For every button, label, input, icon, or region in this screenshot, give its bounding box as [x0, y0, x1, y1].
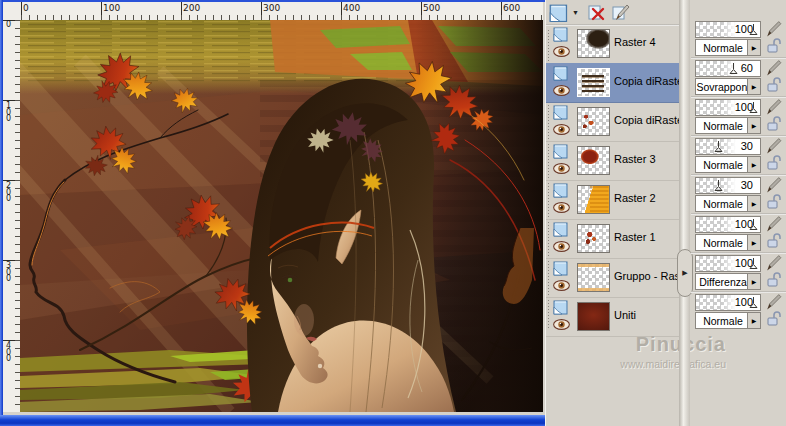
layer-row[interactable]: Uniti	[546, 297, 680, 337]
layer-visibility-eye-icon[interactable]	[553, 85, 570, 96]
lock-icon[interactable]	[765, 76, 781, 93]
opacity-field[interactable]: 100	[695, 294, 761, 311]
layer-visibility-eye-icon[interactable]	[553, 124, 570, 135]
layer-row[interactable]: Raster 2	[546, 180, 680, 220]
dropdown-arrow-icon[interactable]: ▶	[747, 40, 760, 55]
edit-brush-icon	[612, 4, 631, 22]
layer-name[interactable]: Raster 3	[614, 153, 680, 165]
lock-icon[interactable]	[765, 193, 781, 210]
layer-name[interactable]: Uniti	[614, 309, 680, 321]
blend-mode-dropdown[interactable]: Normale ▶	[695, 234, 761, 251]
delete-layer-button[interactable]	[588, 2, 607, 23]
layer-row[interactable]: Copia diRaster	[546, 102, 680, 142]
layer-visibility-eye-icon[interactable]	[553, 163, 570, 174]
layer-row[interactable]: Raster 1	[546, 219, 680, 259]
opacity-slider-handle[interactable]	[749, 219, 758, 231]
layer-properties-row: 100 Differenza ▶	[691, 255, 786, 292]
layer-name[interactable]: Copia diRaster	[614, 114, 680, 126]
layer-thumbnail[interactable]	[577, 107, 610, 136]
opacity-slider-handle[interactable]	[749, 102, 758, 114]
opacity-field[interactable]: 100	[695, 21, 761, 38]
dropdown-arrow-icon[interactable]: ▶	[747, 274, 760, 289]
brush-link-icon[interactable]	[764, 254, 783, 272]
new-layer-dropdown-arrow-icon[interactable]: ▼	[572, 9, 579, 16]
blend-mode-dropdown[interactable]: Differenza ▶	[695, 273, 761, 290]
brush-link-icon[interactable]	[764, 98, 783, 116]
blend-mode-dropdown[interactable]: Normale ▶	[695, 156, 761, 173]
layer-row[interactable]: Raster 3	[546, 141, 680, 181]
dropdown-arrow-icon[interactable]: ▶	[747, 196, 760, 211]
layer-name[interactable]: Gruppo - Raster	[614, 270, 680, 282]
dropdown-arrow-icon[interactable]: ▶	[747, 157, 760, 172]
dropdown-arrow-icon[interactable]: ▶	[747, 313, 760, 328]
blend-mode-value: Differenza	[699, 276, 747, 288]
layer-thumbnail[interactable]	[577, 29, 610, 58]
new-layer-icon	[549, 4, 569, 22]
layer-visibility-eye-icon[interactable]	[553, 280, 570, 291]
layer-row[interactable]: Copia diRaster	[546, 63, 680, 103]
canvas-artwork[interactable]	[20, 20, 543, 412]
brush-link-icon[interactable]	[764, 215, 783, 233]
brush-link-icon[interactable]	[764, 176, 783, 194]
lock-icon[interactable]	[765, 310, 781, 327]
opacity-slider-handle[interactable]	[729, 63, 738, 75]
lock-icon[interactable]	[765, 115, 781, 132]
lock-icon[interactable]	[765, 232, 781, 249]
opacity-field[interactable]: 100	[695, 99, 761, 116]
blend-mode-dropdown[interactable]: Normale ▶	[695, 39, 761, 56]
blend-mode-value: Normale	[703, 198, 743, 210]
brush-link-icon[interactable]	[764, 59, 783, 77]
opacity-field[interactable]: 100	[695, 255, 761, 272]
opacity-slider-handle[interactable]	[749, 24, 758, 36]
layer-visibility-eye-icon[interactable]	[553, 319, 570, 330]
layer-name[interactable]: Raster 1	[614, 231, 680, 243]
layer-page-icon	[553, 144, 570, 160]
window-bottom-bar	[0, 415, 545, 426]
dropdown-arrow-icon[interactable]: ▶	[747, 118, 760, 133]
opacity-field[interactable]: 30	[695, 138, 761, 155]
lock-icon[interactable]	[765, 37, 781, 54]
layer-visibility-eye-icon[interactable]	[553, 46, 570, 57]
lock-icon[interactable]	[765, 271, 781, 288]
layer-visibility-eye-icon[interactable]	[553, 241, 570, 252]
vertical-ruler[interactable]: 0 100 200 300 400	[3, 20, 21, 412]
dropdown-arrow-icon[interactable]: ▶	[747, 235, 760, 250]
new-layer-button[interactable]: ▼	[549, 2, 579, 23]
layer-name[interactable]: Raster 2	[614, 192, 680, 204]
layer-thumbnail[interactable]	[577, 302, 610, 331]
opacity-field[interactable]: 100	[695, 216, 761, 233]
blend-mode-value: Normale	[703, 315, 743, 327]
layer-thumbnail[interactable]	[577, 224, 610, 253]
horizontal-ruler[interactable]: 0 100 200 300 400 500 600	[20, 2, 543, 21]
brush-link-icon[interactable]	[764, 137, 783, 155]
blend-mode-dropdown[interactable]: Normale ▶	[695, 117, 761, 134]
brush-link-icon[interactable]	[764, 20, 783, 38]
layer-visibility-eye-icon[interactable]	[553, 202, 570, 213]
blend-mode-dropdown[interactable]: Normale ▶	[695, 195, 761, 212]
opacity-slider-handle[interactable]	[714, 180, 723, 192]
opacity-field[interactable]: 60	[695, 60, 761, 77]
opacity-field[interactable]: 30	[695, 177, 761, 194]
lock-icon[interactable]	[765, 154, 781, 171]
layer-thumbnail[interactable]	[577, 263, 610, 292]
blend-mode-dropdown[interactable]: Sovrapponi ▶	[695, 78, 761, 95]
dropdown-arrow-icon[interactable]: ▶	[747, 79, 760, 94]
ruler-label: 300	[263, 3, 280, 13]
blend-mode-dropdown[interactable]: Normale ▶	[695, 312, 761, 329]
brush-link-icon[interactable]	[764, 293, 783, 311]
layer-row[interactable]: Raster 4	[546, 24, 680, 64]
opacity-value: 30	[741, 140, 753, 152]
layer-thumbnail[interactable]	[577, 185, 610, 214]
layer-thumbnail[interactable]	[577, 146, 610, 175]
blend-mode-value: Normale	[703, 237, 743, 249]
layer-thumbnail[interactable]	[577, 68, 610, 97]
opacity-slider-handle[interactable]	[749, 297, 758, 309]
panel-splitter[interactable]	[679, 0, 690, 426]
layer-name[interactable]: Copia diRaster	[614, 75, 680, 87]
edit-layer-button[interactable]	[612, 2, 631, 23]
opacity-slider-handle[interactable]	[714, 141, 723, 153]
ruler-label: 100	[4, 103, 13, 123]
opacity-slider-handle[interactable]	[749, 258, 758, 270]
layer-row[interactable]: Gruppo - Raster	[546, 258, 680, 298]
layer-name[interactable]: Raster 4	[614, 36, 680, 48]
